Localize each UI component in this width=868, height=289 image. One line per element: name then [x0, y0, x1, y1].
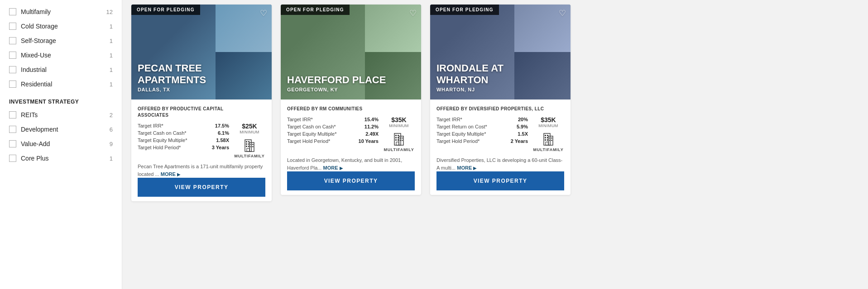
metric-line-haverford-place-2: Target Equity Multiple* 2.49X [287, 131, 379, 137]
property-name-pecan-tree: PECAN TREEAPARTMENTS [138, 62, 206, 85]
sidebar-item-multifamily[interactable]: Multifamily 12 [9, 5, 113, 19]
offered-by-haverford-place: OFFERED BY RM COMMUNITIES [287, 106, 415, 112]
checkbox-reits[interactable] [9, 111, 16, 118]
filter-label-value-add: Value-Add [21, 140, 50, 147]
svg-rect-29 [545, 137, 546, 138]
card-image-irondale-at-wharton: OPEN FOR PLEDGING ♡ IRONDALE ATWHARTON W… [430, 5, 571, 99]
favorite-button-haverford-place[interactable]: ♡ [409, 8, 417, 18]
more-link-haverford-place[interactable]: MORE [323, 165, 338, 171]
favorite-button-pecan-tree[interactable]: ♡ [260, 8, 267, 18]
svg-rect-10 [252, 144, 254, 145]
filter-count-reits: 2 [110, 112, 113, 118]
svg-rect-31 [545, 139, 546, 141]
metric-line-irondale-at-wharton-1: Target Return on Cost* 5.9% [436, 124, 528, 129]
svg-rect-3 [246, 143, 247, 145]
sidebar-item-development[interactable]: Development 6 [9, 122, 113, 137]
sidebar-item-industrial[interactable]: Industrial 1 [9, 62, 113, 77]
metric-label-irondale-at-wharton-2: Target Equity Multiple* [436, 131, 486, 137]
minimum-label-haverford-place: MINIMUM [389, 123, 409, 128]
offered-by-pecan-tree: OFFERED BY PRODUCTIVE CAPITALASSOCIATES [138, 106, 265, 118]
more-link-irondale-at-wharton[interactable]: MORE [457, 165, 472, 171]
sidebar-item-self-storage[interactable]: Self-Storage 1 [9, 33, 113, 48]
metric-label-haverford-place-2: Target Equity Multiple* [287, 131, 336, 137]
metric-line-irondale-at-wharton-0: Target IRR* 20% [436, 117, 528, 122]
sidebar-item-reits[interactable]: REITs 2 [9, 108, 113, 122]
svg-rect-23 [402, 137, 403, 139]
property-location-irondale-at-wharton: WHARTON, NJ [436, 87, 504, 92]
metric-line-irondale-at-wharton-3: Target Hold Period* 2 Years [436, 138, 528, 144]
metric-label-haverford-place-0: Target IRR* [287, 117, 313, 122]
property-name-haverford-place: HAVERFORD PLACE [287, 74, 386, 85]
card-title-overlay-haverford-place: HAVERFORD PLACE GEORGETOWN, KY [287, 74, 386, 92]
filter-count-self-storage: 1 [110, 38, 113, 44]
favorite-button-irondale-at-wharton[interactable]: ♡ [559, 8, 566, 18]
metric-value-irondale-at-wharton-1: 5.9% [517, 124, 528, 129]
svg-rect-1 [246, 141, 247, 142]
svg-rect-38 [551, 140, 552, 141]
card-image-pecan-tree: OPEN FOR PLEDGING ♡ PECAN TREEAPARTMENTS… [131, 5, 272, 99]
metrics-row-irondale-at-wharton: Target IRR* 20% Target Return on Cost* 5… [436, 117, 564, 152]
asset-type-label-irondale-at-wharton: MULTIFAMILY [533, 147, 564, 152]
sidebar-item-value-add[interactable]: Value-Add 9 [9, 137, 113, 151]
description-pecan-tree: Pecan Tree Apartments is a 171-unit mult… [138, 163, 265, 178]
property-card-irondale-at-wharton: OPEN FOR PLEDGING ♡ IRONDALE ATWHARTON W… [430, 5, 571, 195]
svg-rect-33 [546, 142, 548, 145]
filter-label-development: Development [21, 126, 58, 133]
metrics-left-pecan-tree: Target IRR* 17.5% Target Cash on Cash* 6… [138, 123, 229, 152]
asset-type-icon-pecan-tree: MULTIFAMILY [235, 137, 265, 158]
metric-value-irondale-at-wharton-3: 2 Years [511, 138, 528, 144]
minimum-amount-irondale-at-wharton: $35K [541, 117, 556, 123]
sidebar-item-core-plus[interactable]: Core Plus 1 [9, 151, 113, 166]
filter-label-residential: Residential [21, 81, 52, 88]
checkbox-development[interactable] [9, 126, 16, 133]
metric-line-haverford-place-0: Target IRR* 15.4% [287, 117, 379, 122]
filter-label-core-plus: Core Plus [21, 155, 48, 162]
metric-label-pecan-tree-3: Target Hold Period* [138, 145, 181, 150]
svg-rect-18 [395, 139, 397, 141]
filter-list: Multifamily 12 Cold Storage 1 Self-Stora… [9, 5, 113, 91]
description-haverford-place: Located in Georgetown, Kentucky, and bui… [287, 156, 415, 171]
open-for-pledging-badge-pecan-tree: OPEN FOR PLEDGING [131, 5, 200, 15]
card-title-overlay-pecan-tree: PECAN TREEAPARTMENTS DALLAS, TX [138, 62, 206, 92]
checkbox-mixed-use[interactable] [9, 52, 16, 59]
offered-by-irondale-at-wharton: OFFERED BY DIVERSIFIED PROPERTIES, LLC [436, 106, 564, 112]
metric-value-irondale-at-wharton-2: 1.5X [518, 131, 528, 137]
card-img-bot-pecan-tree [216, 52, 272, 99]
svg-rect-24 [400, 140, 401, 141]
sidebar-item-residential[interactable]: Residential 1 [9, 77, 113, 91]
metric-label-haverford-place-1: Target Cash on Cash* [287, 124, 336, 129]
property-location-haverford-place: GEORGETOWN, KY [287, 87, 386, 92]
sidebar-item-cold-storage[interactable]: Cold Storage 1 [9, 19, 113, 33]
svg-rect-20 [396, 142, 399, 145]
checkbox-industrial[interactable] [9, 66, 16, 73]
more-arrow-irondale-at-wharton: ▶ [473, 166, 477, 171]
asset-type-label-pecan-tree: MULTIFAMILY [235, 154, 265, 158]
metric-line-pecan-tree-1: Target Cash on Cash* 6.1% [138, 130, 229, 136]
metrics-left-haverford-place: Target IRR* 15.4% Target Cash on Cash* 1… [287, 117, 379, 146]
metric-label-pecan-tree-1: Target Cash on Cash* [138, 130, 187, 136]
strategy-list: REITs 2 Development 6 Value-Add 9 Core P… [9, 108, 113, 166]
more-link-pecan-tree[interactable]: MORE [161, 171, 176, 177]
view-property-button-haverford-place[interactable]: VIEW PROPERTY [287, 171, 415, 190]
view-property-button-irondale-at-wharton[interactable]: VIEW PROPERTY [436, 171, 564, 190]
checkbox-cold-storage[interactable] [9, 23, 16, 30]
svg-rect-12 [252, 146, 254, 147]
card-body-irondale-at-wharton: OFFERED BY DIVERSIFIED PROPERTIES, LLC T… [430, 99, 571, 195]
metrics-right-haverford-place: $35K MINIMUM MULTIFAMILY [383, 117, 415, 152]
svg-rect-5 [246, 146, 247, 147]
svg-rect-22 [400, 137, 401, 139]
checkbox-multifamily[interactable] [9, 8, 16, 15]
checkbox-value-add[interactable] [9, 140, 16, 147]
filter-count-value-add: 9 [110, 141, 113, 147]
view-property-button-pecan-tree[interactable]: VIEW PROPERTY [138, 178, 265, 197]
checkbox-residential[interactable] [9, 81, 16, 88]
checkbox-self-storage[interactable] [9, 37, 16, 44]
filter-label-multifamily: Multifamily [21, 8, 51, 15]
filter-count-mixed-use: 1 [110, 52, 113, 59]
property-location-pecan-tree: DALLAS, TX [138, 87, 206, 92]
sidebar-item-mixed-use[interactable]: Mixed-Use 1 [9, 48, 113, 62]
filter-count-multifamily: 12 [106, 9, 113, 15]
metric-line-irondale-at-wharton-2: Target Equity Multiple* 1.5X [436, 131, 528, 137]
property-name-irondale-at-wharton: IRONDALE ATWHARTON [436, 62, 504, 85]
checkbox-core-plus[interactable] [9, 155, 16, 162]
